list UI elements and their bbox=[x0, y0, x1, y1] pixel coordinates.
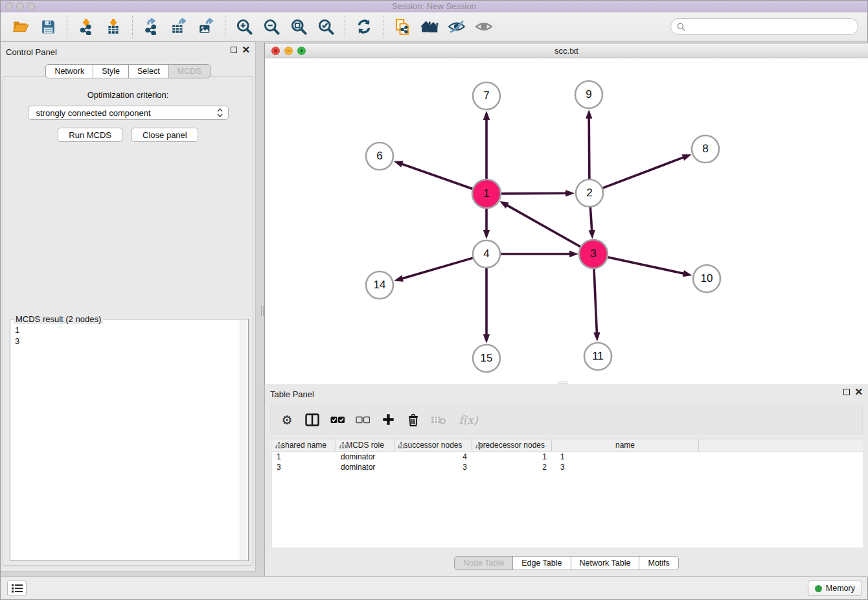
zoom-fit-button[interactable] bbox=[288, 15, 310, 38]
create-column-button[interactable] bbox=[378, 410, 398, 430]
column-header-successor-nodes[interactable]: successor nodes bbox=[394, 439, 472, 451]
edge-2-3[interactable] bbox=[588, 207, 595, 239]
node-2[interactable]: 2 bbox=[576, 179, 603, 207]
zoom-in-button[interactable] bbox=[233, 15, 255, 38]
table-cell[interactable]: dominator bbox=[336, 463, 394, 472]
svg-text:3: 3 bbox=[590, 248, 596, 260]
column-header-predecessor-nodes[interactable]: predecessor nodes bbox=[472, 439, 552, 451]
apply-function-button[interactable]: f(x) bbox=[454, 410, 483, 430]
edge-4-15[interactable] bbox=[483, 268, 490, 343]
import-table-button[interactable] bbox=[102, 15, 124, 38]
toolbar-separator bbox=[383, 16, 383, 38]
edge-2-9[interactable] bbox=[586, 110, 592, 179]
open-session-button[interactable] bbox=[10, 15, 32, 38]
tab-node-table[interactable]: Node Table bbox=[454, 556, 513, 570]
tab-motifs[interactable]: Motifs bbox=[639, 556, 678, 570]
node-10[interactable]: 10 bbox=[693, 265, 720, 292]
export-network-button[interactable] bbox=[141, 15, 163, 38]
node-1[interactable]: 1 bbox=[472, 179, 501, 208]
show-graphics-details-button[interactable] bbox=[473, 15, 495, 38]
node-4[interactable]: 4 bbox=[473, 240, 500, 268]
home-layout-button[interactable] bbox=[418, 15, 440, 38]
column-header-label: predecessor nodes bbox=[479, 441, 545, 450]
tab-select[interactable]: Select bbox=[128, 64, 169, 78]
edge-3-11[interactable] bbox=[593, 268, 600, 341]
zoom-selected-icon bbox=[317, 18, 335, 36]
table-row[interactable]: 1dominator411 bbox=[272, 452, 863, 462]
select-all-columns-button[interactable] bbox=[328, 410, 347, 430]
tab-mcds[interactable]: MCDS bbox=[168, 64, 211, 78]
tab-edge-table[interactable]: Edge Table bbox=[512, 556, 571, 570]
float-panel-icon[interactable] bbox=[231, 47, 237, 53]
delete-column-button[interactable] bbox=[404, 410, 423, 430]
table-cell[interactable]: dominator bbox=[336, 452, 394, 461]
table-cell[interactable]: 1 bbox=[272, 452, 336, 461]
node-9[interactable]: 9 bbox=[575, 81, 602, 108]
table-cell[interactable]: 1 bbox=[472, 452, 552, 461]
table-settings-button[interactable]: ⚙ bbox=[277, 410, 297, 430]
column-header-shared-name[interactable]: shared name bbox=[272, 439, 336, 451]
edge-1-2[interactable] bbox=[501, 190, 575, 196]
vertical-splitter-grip[interactable] bbox=[261, 306, 264, 316]
memory-status-button[interactable]: Memory bbox=[808, 581, 862, 596]
show-columns-button[interactable] bbox=[303, 410, 322, 430]
close-panel-icon[interactable]: ✕ bbox=[242, 47, 250, 53]
tab-network[interactable]: Network bbox=[45, 64, 93, 78]
export-image-button[interactable] bbox=[195, 15, 217, 38]
svg-text:15: 15 bbox=[481, 352, 493, 364]
svg-text:11: 11 bbox=[592, 350, 604, 362]
export-table-button[interactable] bbox=[168, 15, 190, 38]
node-3[interactable]: 3 bbox=[579, 240, 608, 268]
save-session-button[interactable] bbox=[37, 15, 59, 38]
import-network-button[interactable] bbox=[75, 15, 97, 38]
edge-1-7[interactable] bbox=[483, 111, 490, 179]
delete-table-button[interactable] bbox=[429, 410, 448, 430]
edge-3-1[interactable] bbox=[499, 201, 581, 247]
table-cell[interactable]: 1 bbox=[552, 452, 699, 461]
node-14[interactable]: 14 bbox=[366, 271, 393, 299]
tab-network-table[interactable]: Network Table bbox=[571, 556, 640, 570]
table-body: 1dominator4113dominator323 bbox=[272, 452, 863, 472]
clone-network-button[interactable] bbox=[391, 15, 413, 38]
hide-graphics-details-button[interactable] bbox=[446, 15, 468, 38]
close-panel-button[interactable]: Close panel bbox=[131, 128, 198, 142]
result-scrollbar[interactable] bbox=[240, 320, 247, 560]
edge-4-3[interactable] bbox=[501, 251, 578, 257]
trash-icon bbox=[407, 413, 419, 426]
node-table: shared nameMCDS rolesuccessor nodesprede… bbox=[272, 439, 863, 548]
search-input[interactable] bbox=[689, 22, 852, 32]
table-cell[interactable]: 3 bbox=[394, 463, 472, 472]
refresh-view-button[interactable] bbox=[353, 15, 375, 38]
close-panel-icon[interactable]: ✕ bbox=[854, 389, 863, 395]
network-window-titlebar[interactable]: × – + scc.txt bbox=[265, 43, 868, 58]
search-box[interactable] bbox=[670, 18, 858, 35]
node-6[interactable]: 6 bbox=[366, 143, 393, 170]
zoom-selected-button[interactable] bbox=[315, 15, 337, 38]
float-panel-icon[interactable] bbox=[843, 389, 850, 395]
table-cell[interactable]: 2 bbox=[472, 463, 552, 472]
edge-2-8[interactable] bbox=[603, 154, 692, 188]
node-8[interactable]: 8 bbox=[692, 135, 719, 163]
unselect-all-columns-button[interactable] bbox=[353, 410, 372, 430]
network-canvas[interactable]: 7968124314101511 bbox=[265, 59, 868, 384]
node-15[interactable]: 15 bbox=[473, 345, 500, 372]
edge-4-14[interactable] bbox=[394, 258, 473, 282]
node-11[interactable]: 11 bbox=[584, 343, 611, 370]
table-cell[interactable]: 3 bbox=[272, 463, 336, 472]
run-mcds-button[interactable]: Run MCDS bbox=[58, 128, 122, 142]
tab-style[interactable]: Style bbox=[93, 64, 129, 78]
table-row[interactable]: 3dominator323 bbox=[272, 462, 863, 472]
edge-3-10[interactable] bbox=[607, 257, 692, 277]
table-cell[interactable]: 3 bbox=[552, 463, 699, 472]
show-task-history-button[interactable] bbox=[7, 581, 27, 596]
export-image-icon bbox=[198, 18, 214, 35]
optimization-criterion-select[interactable]: strongly connected component bbox=[28, 106, 229, 120]
edge-1-4[interactable] bbox=[483, 208, 490, 239]
zoom-out-button[interactable] bbox=[260, 15, 282, 38]
node-7[interactable]: 7 bbox=[473, 82, 500, 110]
column-header-name[interactable]: name bbox=[552, 439, 699, 451]
edge-1-6[interactable] bbox=[394, 161, 474, 189]
column-header-mcds-role[interactable]: MCDS role bbox=[336, 439, 394, 451]
svg-text:9: 9 bbox=[586, 88, 591, 100]
table-cell[interactable]: 4 bbox=[394, 452, 472, 461]
